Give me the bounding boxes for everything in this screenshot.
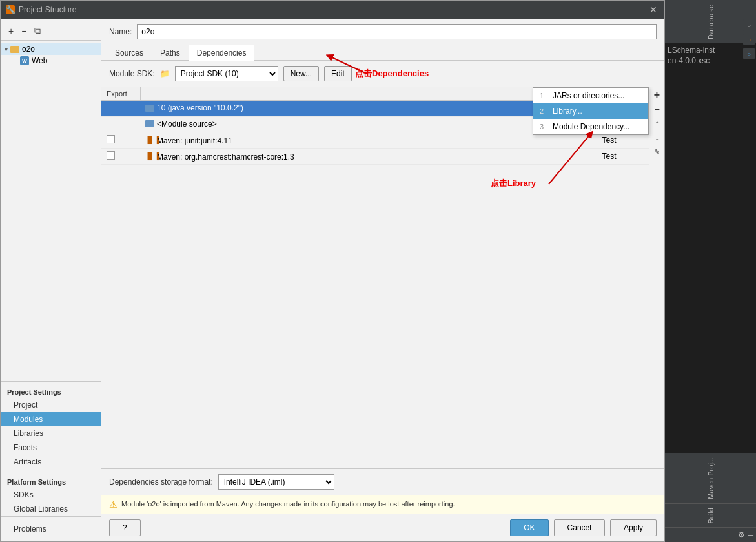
dropdown-num-3: 3 xyxy=(540,123,549,130)
dropdown-item-library[interactable]: 2 Library... xyxy=(533,103,648,119)
dropdown-item-jars[interactable]: 1 JARs or directories... xyxy=(533,88,648,103)
storage-row: Dependencies storage format: IntelliJ ID… xyxy=(101,468,664,495)
edit-dependency-button[interactable]: ✎ xyxy=(651,145,664,158)
minimize-icon-button[interactable]: ─ xyxy=(748,530,753,539)
folder-blue-icon xyxy=(145,105,154,112)
row-name: <Module source> xyxy=(140,116,597,132)
module-tree: ▾ o2o W Web xyxy=(1,41,101,381)
col-name xyxy=(140,87,597,101)
tabs-bar: Sources Paths Dependencies xyxy=(101,45,664,61)
warning-icon: ⚠ xyxy=(109,499,117,510)
project-structure-dialog: 🔧 Project Structure ✕ + − ⧉ ▾ o2o xyxy=(0,0,665,542)
sdk-folder-icon: 📁 xyxy=(160,69,170,78)
title-bar-left: 🔧 Project Structure xyxy=(6,5,76,14)
sdk-select[interactable]: Project SDK (10) xyxy=(175,66,278,81)
remove-dependency-button[interactable]: − xyxy=(651,103,664,116)
row-name: 10 (java version "10.0.2") xyxy=(140,101,597,117)
row-export xyxy=(101,132,140,149)
sidebar-item-modules[interactable]: Modules xyxy=(1,412,101,426)
tab-sources[interactable]: Sources xyxy=(107,45,152,61)
table-row[interactable]: ▐▌▐ Maven: org.hamcrest:hamcrest-core:1.… xyxy=(101,149,649,165)
ide-content-area: LSchema-inst en-4.0.0.xsc ○ ○ ○ xyxy=(665,43,756,453)
row-scope: Test xyxy=(597,149,649,165)
name-row: Name: xyxy=(101,19,664,45)
tree-expand-arrow: ▾ xyxy=(5,46,8,53)
app-icon: 🔧 xyxy=(6,5,15,14)
sidebar-item-artifacts[interactable]: Artifacts xyxy=(1,455,101,469)
table-wrapper: Export Scope xyxy=(101,87,664,468)
add-module-button[interactable]: + xyxy=(6,25,16,37)
maven-tab[interactable]: Maven Proj... xyxy=(665,453,756,503)
sdk-edit-button[interactable]: Edit xyxy=(324,66,352,81)
warning-text: Module 'o2o' is imported from Maven. Any… xyxy=(121,499,455,509)
export-checkbox[interactable] xyxy=(107,151,115,160)
tree-item-web[interactable]: W Web xyxy=(1,55,101,67)
maven-icon: ▐▌▐ xyxy=(145,152,154,162)
settings-icon-button[interactable]: ⚙ xyxy=(738,530,745,539)
name-input[interactable] xyxy=(137,24,657,39)
ide-line2: en-4.0.0.xsc xyxy=(668,56,753,67)
sidebar: + − ⧉ ▾ o2o W Web Project Settings Pr xyxy=(1,19,101,541)
tab-dependencies[interactable]: Dependencies xyxy=(189,45,255,61)
dep-name-label: Maven: org.hamcrest:hamcrest-core:1.3 xyxy=(157,152,294,162)
ide-icon-3[interactable]: ○ xyxy=(743,48,755,59)
dep-icon: 10 (java version "10.0.2") xyxy=(145,103,243,112)
ide-icon-panel: ○ ○ ○ xyxy=(743,43,755,59)
dep-name-label: 10 (java version "10.0.2") xyxy=(157,103,243,112)
add-dependency-button[interactable]: + xyxy=(651,89,664,101)
module-toolbar: + − ⧉ xyxy=(1,21,101,41)
settings-section: Project Settings Project Modules Librari… xyxy=(1,381,101,516)
dropdown-item-module-dep[interactable]: 3 Module Dependency... xyxy=(533,119,648,134)
project-settings-label: Project Settings xyxy=(1,384,101,398)
storage-label: Dependencies storage format: xyxy=(109,477,213,486)
tree-item-label: o2o xyxy=(22,45,35,54)
dropdown-num-2: 2 xyxy=(540,107,549,115)
database-tab-label: Database xyxy=(707,4,715,39)
module-icon: W xyxy=(20,56,29,65)
close-button[interactable]: ✕ xyxy=(648,4,659,16)
tab-paths[interactable]: Paths xyxy=(152,45,189,61)
col-export: Export xyxy=(101,87,140,101)
sidebar-item-project[interactable]: Project xyxy=(1,398,101,412)
help-button[interactable]: ? xyxy=(109,519,141,536)
ok-button[interactable]: OK xyxy=(510,519,548,536)
problems-section: Problems xyxy=(1,516,101,541)
sidebar-item-facets[interactable]: Facets xyxy=(1,441,101,455)
sidebar-item-libraries[interactable]: Libraries xyxy=(1,426,101,441)
right-ide-panel: Database LSchema-inst en-4.0.0.xsc ○ ○ ○… xyxy=(665,0,756,542)
copy-module-button[interactable]: ⧉ xyxy=(32,24,43,37)
dep-name-label: <Module source> xyxy=(157,120,217,129)
sidebar-item-global-libraries[interactable]: Global Libraries xyxy=(1,502,101,516)
dep-icon: ▐▌▐ Maven: org.hamcrest:hamcrest-core:1.… xyxy=(145,152,294,162)
sdk-new-button[interactable]: New... xyxy=(283,66,319,81)
row-export xyxy=(101,101,140,117)
dep-icon: ▐▌▐ Maven: junit:junit:4.11 xyxy=(145,136,232,145)
build-tab-label: Build xyxy=(707,508,715,523)
title-bar: 🔧 Project Structure ✕ xyxy=(1,1,664,19)
maven-tab-label: Maven Proj... xyxy=(707,457,715,499)
folder-icon xyxy=(10,46,19,53)
move-up-button[interactable]: ↑ xyxy=(651,117,664,130)
build-tab[interactable]: Build xyxy=(665,503,756,527)
tree-item-o2o[interactable]: ▾ o2o xyxy=(1,43,101,55)
ide-line1: LSchema-inst xyxy=(668,46,753,56)
storage-select[interactable]: IntelliJ IDEA (.iml) xyxy=(218,474,334,490)
dialog-content: + − ⧉ ▾ o2o W Web Project Settings Pr xyxy=(1,19,664,541)
database-tab[interactable]: Database xyxy=(665,0,756,43)
move-down-button[interactable]: ↓ xyxy=(651,131,664,144)
export-checkbox[interactable] xyxy=(107,135,115,143)
maven-icon: ▐▌▐ xyxy=(145,136,154,145)
sdk-label: Module SDK: xyxy=(109,69,155,78)
remove-module-button[interactable]: − xyxy=(19,25,29,37)
row-name: ▐▌▐ Maven: junit:junit:4.11 xyxy=(140,132,597,149)
cancel-button[interactable]: Cancel xyxy=(554,519,605,536)
apply-button[interactable]: Apply xyxy=(610,519,657,536)
sidebar-item-sdks[interactable]: SDKs xyxy=(1,488,101,502)
right-action-panel: + − ↑ ↓ ✎ 1 JARs or directories... 2 Lib… xyxy=(649,87,664,468)
window-title: Project Structure xyxy=(19,5,76,14)
ide-icon-2[interactable]: ○ xyxy=(743,43,755,45)
sidebar-item-problems[interactable]: Problems xyxy=(7,522,94,536)
row-export xyxy=(101,116,140,132)
tree-item-label: Web xyxy=(32,56,47,65)
row-name: ▐▌▐ Maven: org.hamcrest:hamcrest-core:1.… xyxy=(140,149,597,165)
